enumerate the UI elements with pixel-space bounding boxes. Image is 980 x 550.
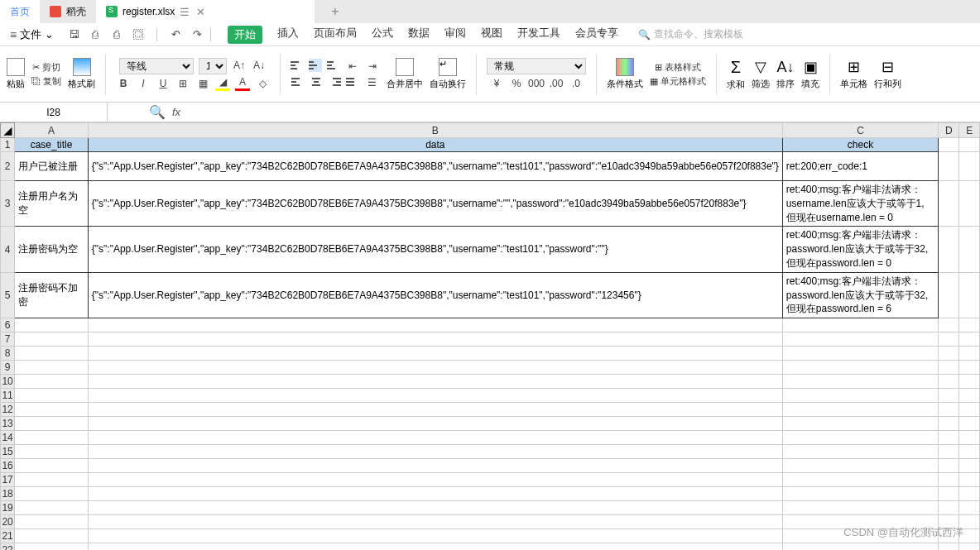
cell[interactable]: [939, 332, 959, 347]
tab-doc2[interactable]: register.xlsx ☰ ✕: [96, 0, 315, 23]
indent-left-button[interactable]: ⇤: [345, 59, 360, 74]
col-header-e[interactable]: E: [959, 123, 980, 138]
cell[interactable]: [939, 375, 959, 389]
cell[interactable]: [88, 473, 782, 487]
cell[interactable]: [939, 389, 959, 403]
cell[interactable]: [959, 543, 980, 550]
select-all-corner[interactable]: ◢: [1, 123, 15, 138]
cell[interactable]: [15, 487, 89, 501]
cell[interactable]: [15, 347, 89, 361]
tab-data[interactable]: 数据: [408, 26, 430, 44]
cell[interactable]: [939, 318, 959, 332]
cell[interactable]: [782, 543, 938, 550]
underline-button[interactable]: U: [156, 76, 171, 91]
cell[interactable]: [939, 403, 959, 417]
cell[interactable]: [959, 138, 980, 152]
sort-button[interactable]: A↓排序: [776, 59, 795, 90]
cell[interactable]: [939, 501, 959, 515]
align-left-button[interactable]: [291, 75, 305, 88]
cell[interactable]: 注册用户名为空: [15, 181, 89, 227]
italic-button[interactable]: I: [136, 76, 151, 91]
cell[interactable]: {"s":"App.User.Register","app_key":"734B…: [88, 152, 782, 181]
cell[interactable]: [782, 473, 938, 487]
cell[interactable]: [939, 417, 959, 431]
align-right-button[interactable]: [328, 75, 341, 88]
cell[interactable]: [88, 431, 782, 445]
cell[interactable]: [15, 473, 89, 487]
row-header[interactable]: 12: [1, 403, 15, 417]
row-header[interactable]: 14: [1, 431, 15, 445]
cell[interactable]: [959, 473, 980, 487]
border-button[interactable]: ⊞: [175, 76, 190, 91]
cell[interactable]: {"s":"App.User.Register","app_key":"734B…: [88, 181, 782, 227]
print-prev-icon[interactable]: ⎙: [89, 28, 102, 41]
cell[interactable]: [959, 152, 980, 181]
col-header-a[interactable]: A: [15, 123, 89, 138]
cell[interactable]: [15, 501, 89, 515]
cell[interactable]: [782, 501, 938, 515]
cell[interactable]: [782, 332, 938, 347]
cell[interactable]: [959, 389, 980, 403]
cell[interactable]: [88, 318, 782, 332]
fill-pattern-button[interactable]: ▦: [195, 76, 210, 91]
cell[interactable]: [782, 389, 938, 403]
close-icon[interactable]: ✕: [196, 6, 205, 18]
cell[interactable]: case_title: [15, 138, 89, 152]
row-header[interactable]: 11: [1, 389, 15, 403]
cell[interactable]: 注册密码为空: [15, 227, 89, 272]
cell[interactable]: [959, 318, 980, 332]
col-header-c[interactable]: C: [782, 123, 938, 138]
decrease-decimal-button[interactable]: .0: [569, 76, 584, 91]
fill-button[interactable]: ▣填充: [801, 58, 819, 90]
cell-button[interactable]: ⊞单元格: [840, 58, 867, 90]
cell[interactable]: [959, 332, 980, 347]
cell[interactable]: [959, 445, 980, 459]
cell-style-button[interactable]: ▦ 单元格样式: [650, 75, 706, 88]
undo-icon[interactable]: ↶: [169, 28, 182, 41]
filter-button[interactable]: ▽筛选: [752, 58, 770, 90]
cell[interactable]: [939, 459, 959, 473]
cell[interactable]: [15, 431, 89, 445]
row-header[interactable]: 4: [1, 227, 15, 272]
percent-button[interactable]: %: [509, 76, 524, 91]
cell[interactable]: [88, 487, 782, 501]
cell[interactable]: [15, 361, 89, 375]
currency-button[interactable]: ¥: [489, 76, 504, 91]
new-tab-button[interactable]: +: [331, 4, 339, 19]
number-format-select[interactable]: 常规: [487, 58, 586, 74]
tab-review[interactable]: 审阅: [444, 26, 466, 44]
cell[interactable]: [88, 347, 782, 361]
row-header[interactable]: 18: [1, 487, 15, 501]
cell[interactable]: [88, 515, 782, 529]
cell[interactable]: 用户已被注册: [15, 152, 89, 181]
row-header[interactable]: 10: [1, 375, 15, 389]
cell[interactable]: data: [88, 138, 782, 152]
col-header-d[interactable]: D: [939, 123, 959, 138]
cell[interactable]: [782, 417, 938, 431]
cell[interactable]: [939, 227, 959, 272]
cell[interactable]: [939, 445, 959, 459]
row-header[interactable]: 9: [1, 361, 15, 375]
merge-center-button[interactable]: 合并居中: [387, 58, 423, 90]
cell[interactable]: [782, 347, 938, 361]
row-header[interactable]: 1: [1, 138, 15, 152]
table-style-button[interactable]: ⊞ 表格样式: [655, 61, 701, 74]
justify-button[interactable]: [346, 75, 359, 88]
cell[interactable]: [15, 543, 89, 550]
align-bottom-button[interactable]: [327, 59, 340, 72]
tab-home[interactable]: 首页: [0, 0, 40, 23]
cell[interactable]: [15, 445, 89, 459]
tab-layout[interactable]: 页面布局: [314, 26, 357, 44]
hamburger-icon[interactable]: ≡: [10, 28, 17, 41]
cell[interactable]: [15, 332, 89, 347]
cell[interactable]: [959, 487, 980, 501]
sum-button[interactable]: Σ求和: [727, 58, 745, 91]
cell[interactable]: ret:400;msg:客户端非法请求： username.len应该大于或等于…: [782, 181, 938, 227]
font-name-select[interactable]: 等线: [119, 58, 194, 74]
cell[interactable]: [959, 181, 980, 227]
cell[interactable]: [88, 529, 782, 543]
cell[interactable]: [959, 459, 980, 473]
tab-view[interactable]: 视图: [481, 26, 502, 44]
decrease-font-icon[interactable]: A↓: [252, 58, 267, 73]
cell[interactable]: [939, 138, 959, 152]
